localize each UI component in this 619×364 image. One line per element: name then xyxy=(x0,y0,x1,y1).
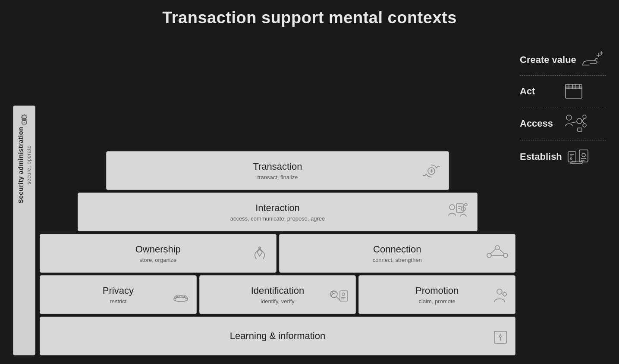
svg-point-46 xyxy=(577,118,582,124)
svg-point-56 xyxy=(570,158,572,159)
transaction-row: Transaction transact, finalize xyxy=(40,151,515,190)
pyramid-area: Transaction transact, finalize xyxy=(40,40,515,355)
gear-lock-icon xyxy=(16,110,32,127)
svg-point-8 xyxy=(495,246,500,250)
ownership-connection-row: Ownership store, organize Connection con… xyxy=(40,234,515,273)
security-label: Security administration secure, operate xyxy=(17,127,32,203)
right-item-access: Access xyxy=(520,107,606,140)
right-item-act: Act xyxy=(520,76,606,107)
pip-row: Privacy restrict Identific xyxy=(40,275,515,314)
svg-point-2 xyxy=(24,122,25,123)
svg-line-50 xyxy=(582,121,584,124)
identification-icon xyxy=(327,286,349,308)
ownership-icon xyxy=(249,243,270,267)
svg-point-4 xyxy=(449,205,455,210)
establish-icon xyxy=(566,146,591,168)
svg-line-19 xyxy=(336,297,340,300)
right-sidebar: Create value Act xyxy=(520,40,606,355)
svg-rect-51 xyxy=(578,128,582,131)
right-item-create-value: Create value xyxy=(520,44,606,76)
learning-row: Learning & information xyxy=(40,317,515,355)
interaction-row: Interaction access, communicate, propose… xyxy=(40,193,515,231)
page-title: Transaction support mental contexts xyxy=(162,9,457,27)
svg-point-48 xyxy=(583,124,586,127)
ownership-card: Ownership store, organize xyxy=(40,234,277,273)
svg-point-18 xyxy=(333,291,335,294)
access-icon xyxy=(563,112,587,135)
learning-icon xyxy=(492,329,509,350)
act-icon xyxy=(563,81,584,102)
connection-icon xyxy=(486,243,509,267)
transaction-icon xyxy=(420,162,443,184)
interaction-icon xyxy=(447,200,471,226)
svg-point-45 xyxy=(566,115,572,120)
security-sidebar: Security administration secure, operate xyxy=(13,106,35,355)
learning-card: Learning & information xyxy=(40,317,515,355)
svg-line-11 xyxy=(490,249,495,254)
interaction-card: Interaction access, communicate, propose… xyxy=(78,193,478,231)
svg-rect-20 xyxy=(340,291,348,301)
svg-point-24 xyxy=(497,289,502,294)
create-value-icon xyxy=(581,50,604,70)
right-item-establish: Establish xyxy=(520,140,606,173)
svg-line-52 xyxy=(572,122,577,123)
privacy-icon xyxy=(171,287,190,308)
svg-point-47 xyxy=(583,115,586,118)
privacy-card: Privacy restrict xyxy=(40,275,197,314)
svg-point-21 xyxy=(342,293,345,296)
svg-point-25 xyxy=(503,292,506,296)
identification-card: Identification identify, verify xyxy=(199,275,356,314)
svg-point-0 xyxy=(22,115,26,119)
connection-card: Connection connect, strengthen xyxy=(279,234,516,273)
main-content: Security administration secure, operate … xyxy=(13,40,606,355)
transaction-card: Transaction transact, finalize xyxy=(106,151,449,190)
promotion-card: Promotion claim, promote xyxy=(358,275,515,314)
svg-line-12 xyxy=(500,249,504,254)
svg-point-58 xyxy=(582,153,585,157)
svg-rect-53 xyxy=(568,152,576,162)
svg-line-49 xyxy=(582,118,584,121)
svg-point-32 xyxy=(500,336,501,337)
svg-point-7 xyxy=(465,203,467,206)
promotion-icon xyxy=(490,286,509,308)
